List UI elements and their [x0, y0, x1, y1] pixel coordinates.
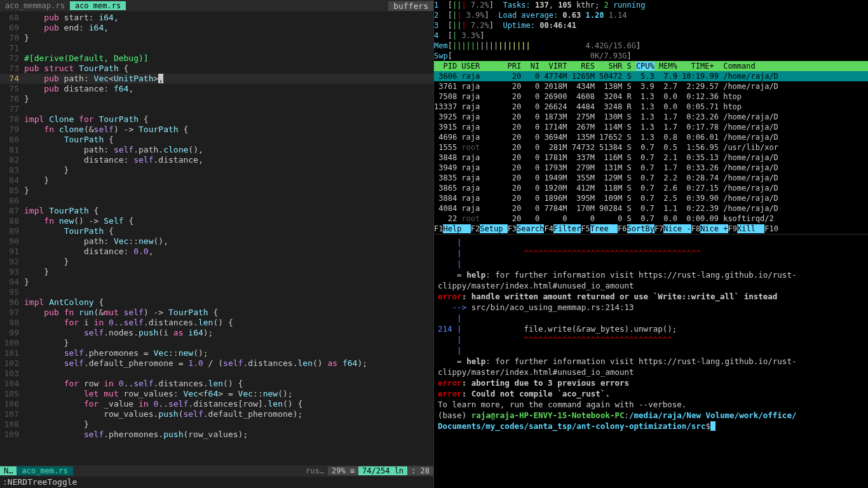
code-line[interactable]: 97 pub fn run(&mut self) -> TourPath {	[0, 308, 433, 318]
code-line[interactable]: 79 fn clone(&self) -> TourPath {	[0, 125, 433, 135]
terminal-line: 214 | file.write(&raw_bytes).unwrap();	[438, 323, 864, 334]
process-row[interactable]: 4696 raja 20 0 3694M 135M 17652 S 1.3 0.…	[434, 132, 868, 142]
line-number: 103	[0, 369, 24, 379]
process-row[interactable]: 1555 root 20 0 281M 74732 51384 S 0.7 0.…	[434, 142, 868, 152]
process-row[interactable]: 3915 raja 20 0 1714M 267M 114M S 1.3 1.7…	[434, 122, 868, 132]
code-line[interactable]: 84 }	[0, 175, 433, 186]
process-row[interactable]: 3865 raja 20 0 1920M 412M 118M S 0.7 2.6…	[434, 183, 868, 193]
code-content	[24, 43, 433, 53]
code-line[interactable]: 78impl Clone for TourPath {	[0, 114, 433, 125]
code-line[interactable]: 75 pub distance: f64,	[0, 84, 433, 94]
htop-header[interactable]: PID USER PRI NI VIRT RES SHR S CPU% MEM%…	[434, 61, 868, 71]
status-lang: rus…	[302, 466, 328, 475]
process-row[interactable]: 3835 raja 20 0 1949M 355M 129M S 0.7 2.2…	[434, 173, 868, 183]
code-line[interactable]: 109 self.pheromones.push(row_values);	[0, 430, 433, 440]
code-line[interactable]: 105 let mut row_values: Vec<f64> = Vec::…	[0, 389, 433, 399]
code-line[interactable]: 93 }	[0, 267, 433, 277]
code-line[interactable]: 88 fn new() -> Self {	[0, 216, 433, 226]
line-number: 97	[0, 308, 24, 318]
code-line[interactable]: 92 }	[0, 257, 433, 267]
code-line[interactable]: 72#[derive(Default, Debug)]	[0, 53, 433, 64]
line-number: 78	[0, 114, 24, 125]
code-content: impl AntColony {	[24, 297, 433, 308]
line-number: 93	[0, 267, 24, 277]
line-number: 91	[0, 247, 24, 257]
code-line[interactable]: 89 TourPath {	[0, 226, 433, 236]
line-number: 70	[0, 33, 24, 43]
process-row[interactable]: 3761 raja 20 0 2018M 434M 138M S 3.9 2.7…	[434, 81, 868, 92]
code-line[interactable]: 103	[0, 369, 433, 379]
code-line[interactable]: 71	[0, 43, 433, 53]
process-row[interactable]: 3949 raja 20 0 1793M 279M 131M S 0.7 1.7…	[434, 163, 868, 173]
code-line[interactable]: 90 path: Vec::new(),	[0, 236, 433, 247]
code-line[interactable]: 106 for _value in 0..self.distances[row]…	[0, 399, 433, 409]
code-line[interactable]: 76}	[0, 94, 433, 104]
code-line[interactable]: 99 self.nodes.push(i as i64);	[0, 328, 433, 338]
code-line[interactable]: 86	[0, 196, 433, 206]
code-line[interactable]: 82 distance: self.distance,	[0, 155, 433, 165]
process-row[interactable]: 13337 raja 20 0 26624 4484 3248 R 1.3 0.…	[434, 102, 868, 112]
code-content	[24, 104, 433, 114]
code-line[interactable]: 77	[0, 104, 433, 114]
buffers-label[interactable]: buffers	[388, 1, 433, 11]
code-line[interactable]: 100 }	[0, 338, 433, 348]
process-row[interactable]: 3606 raja 20 0 4774M 1265M 50472 S 5.3 7…	[434, 71, 868, 81]
terminal-panel[interactable]: | | ^^^^^^^^^^^^^^^^^^^^^^^^^^^^^^^^^^^^…	[434, 234, 868, 488]
code-content: }	[24, 277, 433, 287]
code-line[interactable]: 85}	[0, 186, 433, 196]
code-line[interactable]: 73pub struct TourPath {	[0, 64, 433, 74]
code-line[interactable]: 80 TourPath {	[0, 135, 433, 145]
process-row[interactable]: 7508 raja 20 0 26900 4608 3204 R 1.3 0.0…	[434, 92, 868, 102]
terminal-line: |	[438, 345, 864, 356]
code-line[interactable]: 101 self.pheromones = Vec::new();	[0, 348, 433, 358]
code-content: }	[24, 33, 433, 43]
code-line[interactable]: 68 pub start: i64,	[0, 13, 433, 23]
line-number: 77	[0, 104, 24, 114]
editor-tab[interactable]: aco mem.rs	[70, 1, 126, 10]
code-line[interactable]: 98 for i in 0..self.distances.len() {	[0, 318, 433, 328]
code-line[interactable]: 95	[0, 287, 433, 297]
code-line[interactable]: 70}	[0, 33, 433, 43]
code-line[interactable]: 83 }	[0, 165, 433, 175]
code-content: self.pheromones = Vec::new();	[24, 348, 433, 358]
code-editor[interactable]: 68 pub start: i64,69 pub end: i64,70}717…	[0, 11, 433, 465]
process-row[interactable]: 4084 raja 20 0 7784M 170M 90284 S 0.7 1.…	[434, 203, 868, 214]
line-number: 80	[0, 135, 24, 145]
code-content: self.nodes.push(i as i64);	[24, 328, 433, 338]
process-row[interactable]: 3925 raja 20 0 1873M 275M 130M S 1.3 1.7…	[434, 112, 868, 122]
code-line[interactable]: 69 pub end: i64,	[0, 23, 433, 33]
code-content: }	[24, 267, 433, 277]
code-line[interactable]: 108 }	[0, 419, 433, 430]
code-line[interactable]: 94}	[0, 277, 433, 287]
code-content	[24, 369, 433, 379]
htop-fkeys[interactable]: F1Help F2Setup F3SearchF4FilterF5Tree F6…	[434, 224, 868, 234]
line-number: 99	[0, 328, 24, 338]
line-number: 83	[0, 165, 24, 175]
code-line[interactable]: 104 for row in 0..self.distances.len() {	[0, 379, 433, 389]
code-content: distance: self.distance,	[24, 155, 433, 165]
process-row[interactable]: 3884 raja 20 0 1896M 395M 109M S 0.7 2.5…	[434, 193, 868, 203]
htop-panel[interactable]: 1 [||| 7.2%] Tasks: 137, 105 kthr; 2 run…	[434, 0, 868, 234]
line-number: 105	[0, 389, 24, 399]
code-line[interactable]: 81 path: self.path.clone(),	[0, 145, 433, 155]
terminal-line: |	[438, 313, 864, 323]
editor-tab[interactable]: aco_memmap.rs	[0, 1, 70, 10]
code-line[interactable]: 87impl TourPath {	[0, 206, 433, 216]
line-number: 74	[0, 74, 24, 84]
code-line[interactable]: 74 pub path: Vec<UnitPath>,	[0, 74, 433, 84]
line-number: 71	[0, 43, 24, 53]
line-number: 95	[0, 287, 24, 297]
code-content: TourPath {	[24, 135, 433, 145]
code-content: self.pheromones.push(row_values);	[24, 430, 433, 440]
line-number: 96	[0, 297, 24, 308]
code-line[interactable]: 102 self.default_pheromone = 1.0 / (self…	[0, 358, 433, 369]
line-number: 102	[0, 358, 24, 369]
code-line[interactable]: 96impl AntColony {	[0, 297, 433, 308]
code-line[interactable]: 107 row_values.push(self.default_pheromo…	[0, 409, 433, 419]
line-number: 108	[0, 419, 24, 430]
code-line[interactable]: 91 distance: 0.0,	[0, 247, 433, 257]
process-row[interactable]: 3848 raja 20 0 1781M 337M 116M S 0.7 2.1…	[434, 152, 868, 163]
code-content: for row in 0..self.distances.len() {	[24, 379, 433, 389]
vim-cmdline[interactable]: :NERDTreeToggle	[0, 477, 433, 488]
process-row[interactable]: 22 root 20 0 0 0 0 S 0.7 0.0 0:00.09 kso…	[434, 214, 868, 224]
